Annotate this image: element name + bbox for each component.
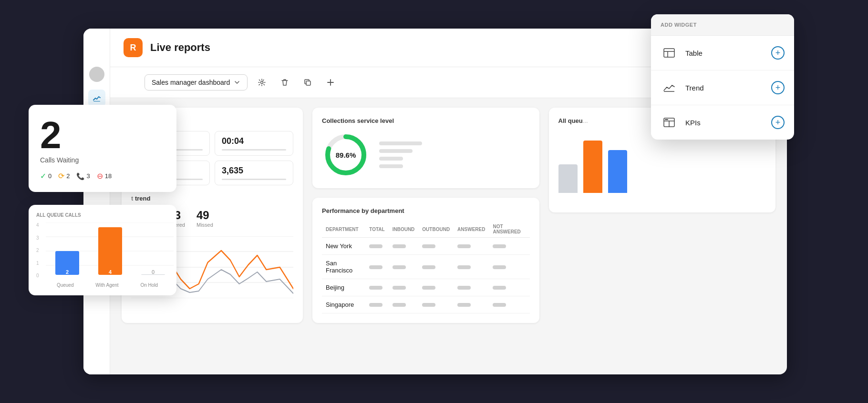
dot-answered-1: [457, 265, 471, 269]
dot-outbound-0: [422, 244, 435, 248]
dashboard-name-label: Sales manager dashboard: [152, 79, 230, 86]
popup-item-kpis[interactable]: KPIs +: [651, 105, 794, 140]
dot-total-0: [369, 244, 382, 248]
popup-item-table[interactable]: Table +: [651, 36, 794, 71]
status-item-1: ⟳ 2: [58, 171, 70, 181]
col-answered: ANSWERED: [454, 221, 489, 238]
legend-bar-1: [379, 149, 413, 153]
y-label-3: 3: [36, 235, 44, 241]
delete-button[interactable]: [276, 74, 293, 91]
donut-label: 89.6%: [336, 151, 356, 159]
legend-bar-0: [379, 141, 422, 145]
middle-column: Collections service level 89.6%: [312, 108, 539, 323]
dot-inbound-3: [393, 303, 406, 307]
kpi-value-1: 00:04: [222, 136, 286, 146]
cell-inbound-1: [389, 255, 419, 279]
cell-answered-3: [454, 296, 489, 313]
collections-title: Collections service level: [322, 117, 530, 124]
cell-outbound-3: [418, 296, 454, 313]
svg-text:4: 4: [109, 269, 112, 275]
calls-waiting-card: 2 Calls Waiting ✓ 0 ⟳ 2 📞 3 ⊖ 18: [29, 105, 176, 192]
kpi-bar-1: [222, 149, 286, 151]
dot-outbound-2: [422, 286, 435, 290]
add-widget-button[interactable]: [322, 74, 339, 91]
copy-button[interactable]: [299, 74, 316, 91]
table-row: Singapore: [322, 296, 530, 313]
svg-text:2: 2: [66, 269, 69, 275]
dot-answered-0: [457, 244, 471, 248]
dot-inbound-1: [393, 265, 406, 269]
svg-text:0: 0: [152, 269, 155, 275]
cell-department-1: San Francisco: [322, 255, 365, 279]
cell-outbound-2: [418, 279, 454, 296]
cell-department-3: Singapore: [322, 296, 365, 313]
cell-inbound-3: [389, 296, 419, 313]
col-inbound: INBOUND: [389, 221, 419, 238]
dot-inbound-2: [393, 286, 406, 290]
status-call-icon: 📞: [76, 172, 84, 180]
y-axis: 4 3 2 1 0: [36, 222, 44, 278]
status-check-icon: ✓: [40, 171, 46, 181]
y-label-0: 0: [36, 273, 44, 278]
bar-label-queued: Queued: [57, 282, 74, 288]
cell-inbound-2: [389, 279, 419, 296]
svg-rect-20: [664, 49, 674, 57]
cell-not_answered-0: [489, 238, 529, 255]
status-item-3: ⊖ 18: [97, 171, 112, 181]
cell-total-2: [365, 279, 388, 296]
status-busy-icon: ⟳: [58, 171, 64, 181]
trend-item-label: Trend: [685, 84, 764, 92]
settings-button[interactable]: [253, 74, 270, 91]
cell-outbound-0: [418, 238, 454, 255]
cell-inbound-0: [389, 238, 419, 255]
bar-chart-svg: 2 4 0: [46, 222, 174, 280]
status-count-1: 2: [66, 172, 70, 180]
sidebar-icon-reports[interactable]: [88, 90, 105, 107]
table-row: San Francisco: [322, 255, 530, 279]
status-item-2: 📞 3: [76, 172, 90, 180]
col-outbound: OUTBOUND: [418, 221, 454, 238]
svg-rect-27: [665, 119, 668, 120]
kpi-value-3: 3,635: [222, 166, 286, 176]
kpis-add-button[interactable]: +: [771, 116, 785, 129]
svg-point-1: [261, 81, 263, 84]
legend-bar-2: [379, 157, 403, 161]
trend-stat-missed: 49 Missed: [196, 209, 213, 228]
col-not-answered: NOT ANSWERED: [489, 221, 529, 238]
status-row: ✓ 0 ⟳ 2 📞 3 ⊖ 18: [40, 171, 165, 181]
table-row: New York: [322, 238, 530, 255]
dot-answered-2: [457, 286, 471, 290]
cell-answered-2: [454, 279, 489, 296]
cell-outbound-1: [418, 255, 454, 279]
y-label-1: 1: [36, 261, 44, 266]
donut-chart: 89.6%: [322, 131, 370, 179]
svg-rect-0: [93, 101, 100, 101]
trend-missed-label: Missed: [196, 222, 213, 228]
trend-add-button[interactable]: +: [771, 81, 785, 94]
cell-not_answered-2: [489, 279, 529, 296]
performance-title: Performance by department: [322, 207, 530, 214]
dot-inbound-0: [393, 244, 406, 248]
dashboard-selector[interactable]: Sales manager dashboard: [145, 74, 248, 91]
trend-icon: [661, 79, 678, 96]
kpi-bar-3: [222, 179, 286, 180]
sidebar: [83, 29, 110, 374]
user-avatar: [89, 67, 104, 82]
cell-department-2: Beijing: [322, 279, 365, 296]
popup-item-trend[interactable]: Trend +: [651, 71, 794, 105]
kpis-icon: [661, 114, 678, 131]
cell-not_answered-1: [489, 255, 529, 279]
table-add-button[interactable]: +: [771, 46, 785, 60]
dot-not_answered-3: [493, 303, 506, 307]
table-item-label: Table: [685, 49, 764, 57]
bar-label-on-hold: On Hold: [140, 282, 158, 288]
all-queues-bar-0: [558, 164, 578, 193]
cell-total-3: [365, 296, 388, 313]
app-logo: R: [124, 38, 143, 57]
chevron-down-icon: [234, 79, 240, 86]
trend-missed-value: 49: [196, 209, 213, 222]
bar-chart-container: 4 3 2 1 0 2 4 0 Queued With Agent On Hol…: [36, 222, 169, 288]
dot-outbound-3: [422, 303, 435, 307]
trend-title: t trend: [131, 195, 293, 202]
legend-bar-3: [379, 164, 403, 168]
